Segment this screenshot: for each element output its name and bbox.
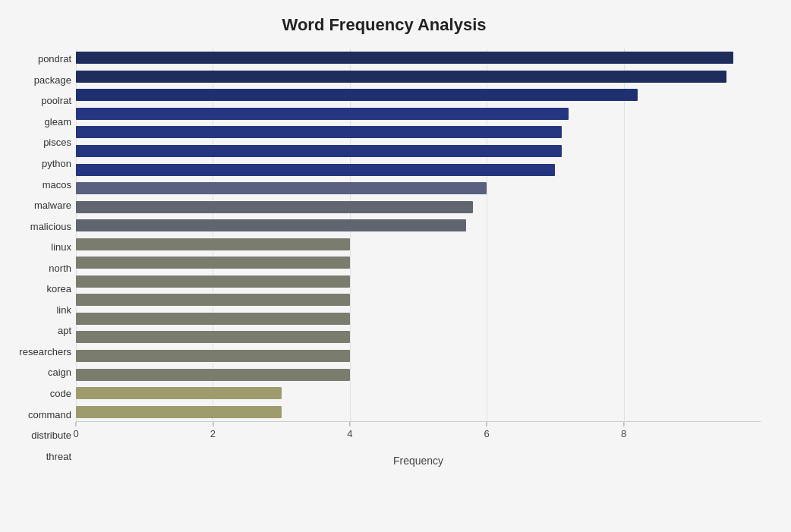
bar-row bbox=[76, 105, 761, 124]
chart-title: Word Frequency Analysis bbox=[8, 15, 761, 35]
bar bbox=[76, 350, 350, 362]
y-label: researchers bbox=[8, 342, 71, 363]
bar-row bbox=[76, 142, 761, 161]
y-label: malicious bbox=[8, 216, 71, 237]
bar-row bbox=[76, 347, 761, 366]
y-label: threat bbox=[8, 445, 71, 467]
x-tick: 4 bbox=[347, 422, 352, 439]
bar bbox=[76, 406, 282, 418]
bar-row bbox=[76, 310, 761, 329]
bar bbox=[76, 387, 282, 399]
y-label: apt bbox=[8, 320, 71, 342]
bar bbox=[76, 164, 555, 176]
bar bbox=[76, 294, 350, 306]
bar-row bbox=[76, 235, 761, 253]
x-tick: 8 bbox=[621, 422, 626, 439]
bar bbox=[76, 238, 350, 250]
y-label: command bbox=[8, 404, 71, 425]
bar-row bbox=[76, 365, 761, 384]
x-tick-line bbox=[349, 422, 350, 427]
bar bbox=[76, 331, 350, 343]
y-label: caign bbox=[8, 362, 71, 383]
y-label: package bbox=[8, 70, 71, 91]
bar-row bbox=[76, 86, 761, 105]
bar-row bbox=[76, 253, 761, 272]
x-tick-label: 6 bbox=[484, 428, 490, 439]
x-tick-label: 4 bbox=[347, 428, 352, 439]
y-label: malware bbox=[8, 195, 71, 216]
y-label: link bbox=[8, 300, 71, 321]
x-tick-label: 0 bbox=[73, 428, 78, 439]
bars-rows bbox=[76, 49, 761, 421]
y-label: code bbox=[8, 383, 71, 405]
y-label: gleam bbox=[8, 112, 71, 133]
bar-row bbox=[76, 291, 761, 310]
bar bbox=[76, 126, 562, 138]
y-label: pisces bbox=[8, 132, 71, 153]
x-tick: 6 bbox=[484, 422, 490, 439]
bar-row bbox=[76, 272, 761, 291]
bar bbox=[76, 52, 733, 64]
bar bbox=[76, 89, 638, 101]
x-tick-label: 2 bbox=[210, 428, 216, 439]
y-label: linux bbox=[8, 237, 71, 258]
bars-area bbox=[76, 49, 761, 421]
bar bbox=[76, 145, 562, 157]
bar-row bbox=[76, 179, 761, 198]
bar-row bbox=[76, 402, 761, 421]
bar bbox=[76, 313, 350, 325]
bar bbox=[76, 71, 726, 83]
y-label: python bbox=[8, 153, 71, 175]
bar-row bbox=[76, 328, 761, 347]
bar bbox=[76, 201, 473, 213]
chart-area: pondratpackagepoolratgleampiscespythonma… bbox=[8, 49, 761, 467]
x-tick-line bbox=[75, 422, 76, 427]
x-tick: 0 bbox=[73, 422, 78, 439]
bar bbox=[76, 219, 466, 231]
x-tick-line bbox=[213, 422, 213, 427]
y-label: distribute bbox=[8, 425, 71, 446]
bar bbox=[76, 108, 569, 120]
x-tick: 2 bbox=[210, 422, 216, 439]
bar-row bbox=[76, 160, 761, 179]
bar-row bbox=[76, 216, 761, 235]
bar-row bbox=[76, 49, 761, 68]
bar bbox=[76, 182, 487, 194]
bar bbox=[76, 275, 350, 288]
x-tick-line bbox=[623, 422, 624, 427]
x-tick-line bbox=[487, 422, 487, 427]
x-axis-title: Frequency bbox=[76, 455, 761, 467]
x-tick-label: 8 bbox=[621, 428, 626, 439]
y-label: pondrat bbox=[8, 49, 71, 70]
bar-row bbox=[76, 68, 761, 87]
bar-row bbox=[76, 197, 761, 216]
y-labels: pondratpackagepoolratgleampiscespythonma… bbox=[8, 49, 76, 467]
bar-row bbox=[76, 384, 761, 403]
bars-and-xaxis: 02468 Frequency bbox=[76, 49, 761, 467]
y-label: korea bbox=[8, 279, 71, 300]
y-label: north bbox=[8, 257, 71, 279]
y-label: macos bbox=[8, 174, 71, 195]
bar bbox=[76, 257, 350, 269]
chart-container: Word Frequency Analysis pondratpackagepo… bbox=[0, 0, 791, 532]
bar-row bbox=[76, 123, 761, 142]
x-axis-area: 02468 bbox=[76, 421, 761, 452]
bar bbox=[76, 369, 350, 381]
y-label: poolrat bbox=[8, 90, 71, 112]
